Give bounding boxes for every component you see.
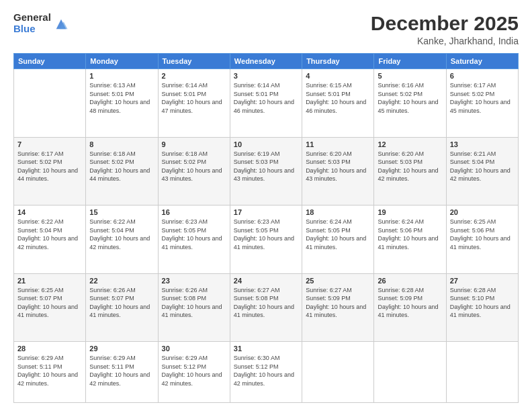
day-info: Sunrise: 6:24 AMSunset: 5:06 PMDaylight:… <box>378 218 442 251</box>
table-row: 10 Sunrise: 6:19 AMSunset: 5:03 PMDaylig… <box>230 137 302 205</box>
table-row: 31 Sunrise: 6:30 AMSunset: 5:12 PMDaylig… <box>230 342 302 403</box>
day-number: 18 <box>306 208 370 216</box>
table-row: 17 Sunrise: 6:23 AMSunset: 5:05 PMDaylig… <box>230 205 302 274</box>
table-row: 4 Sunrise: 6:15 AMSunset: 5:01 PMDayligh… <box>302 69 374 138</box>
day-info: Sunrise: 6:17 AMSunset: 5:02 PMDaylight:… <box>17 150 82 183</box>
table-row: 14 Sunrise: 6:22 AMSunset: 5:04 PMDaylig… <box>14 205 86 274</box>
day-info: Sunrise: 6:14 AMSunset: 5:01 PMDaylight:… <box>234 81 298 115</box>
day-info: Sunrise: 6:23 AMSunset: 5:05 PMDaylight:… <box>234 218 298 251</box>
header-row: Sunday Monday Tuesday Wednesday Thursday… <box>14 54 519 69</box>
calendar-week-row: 1 Sunrise: 6:13 AMSunset: 5:01 PMDayligh… <box>14 69 519 138</box>
day-number: 15 <box>89 208 154 216</box>
day-info: Sunrise: 6:23 AMSunset: 5:05 PMDaylight:… <box>162 218 226 251</box>
col-friday: Friday <box>374 54 446 69</box>
calendar-week-row: 7 Sunrise: 6:17 AMSunset: 5:02 PMDayligh… <box>14 137 519 205</box>
day-number: 29 <box>89 345 154 353</box>
col-tuesday: Tuesday <box>158 54 230 69</box>
table-row: 2 Sunrise: 6:14 AMSunset: 5:01 PMDayligh… <box>158 69 230 138</box>
day-number: 27 <box>450 277 515 285</box>
day-number: 31 <box>234 345 298 353</box>
day-info: Sunrise: 6:29 AMSunset: 5:11 PMDaylight:… <box>89 354 154 387</box>
logo-text: General Blue <box>13 12 51 34</box>
day-number: 21 <box>17 277 82 285</box>
table-row: 19 Sunrise: 6:24 AMSunset: 5:06 PMDaylig… <box>374 205 446 274</box>
table-row: 13 Sunrise: 6:21 AMSunset: 5:04 PMDaylig… <box>446 137 518 205</box>
day-info: Sunrise: 6:21 AMSunset: 5:04 PMDaylight:… <box>450 150 515 183</box>
day-number: 22 <box>89 277 154 285</box>
calendar-week-row: 28 Sunrise: 6:29 AMSunset: 5:11 PMDaylig… <box>14 342 519 403</box>
table-row: 1 Sunrise: 6:13 AMSunset: 5:01 PMDayligh… <box>86 69 158 138</box>
page: General Blue December 2025 Kanke, Jharkh… <box>0 0 532 411</box>
day-info: Sunrise: 6:26 AMSunset: 5:08 PMDaylight:… <box>162 286 226 320</box>
day-number: 5 <box>378 72 442 80</box>
title-block: December 2025 Kanke, Jharkhand, India <box>371 12 519 46</box>
table-row: 12 Sunrise: 6:20 AMSunset: 5:03 PMDaylig… <box>374 137 446 205</box>
day-number: 4 <box>306 72 370 80</box>
header: General Blue December 2025 Kanke, Jharkh… <box>13 12 519 46</box>
table-row: 8 Sunrise: 6:18 AMSunset: 5:02 PMDayligh… <box>86 137 158 205</box>
day-info: Sunrise: 6:16 AMSunset: 5:02 PMDaylight:… <box>378 81 442 115</box>
day-info: Sunrise: 6:30 AMSunset: 5:12 PMDaylight:… <box>234 354 298 387</box>
day-info: Sunrise: 6:20 AMSunset: 5:03 PMDaylight:… <box>378 150 442 183</box>
day-number: 25 <box>306 277 370 285</box>
table-row: 21 Sunrise: 6:25 AMSunset: 5:07 PMDaylig… <box>14 273 86 342</box>
logo: General Blue <box>13 12 69 34</box>
table-row: 30 Sunrise: 6:29 AMSunset: 5:12 PMDaylig… <box>158 342 230 403</box>
day-number: 30 <box>162 345 226 353</box>
day-info: Sunrise: 6:27 AMSunset: 5:08 PMDaylight:… <box>234 286 298 320</box>
day-info: Sunrise: 6:25 AMSunset: 5:06 PMDaylight:… <box>450 218 515 251</box>
col-monday: Monday <box>86 54 158 69</box>
logo-general: General <box>13 12 51 24</box>
day-number: 12 <box>378 140 442 148</box>
day-info: Sunrise: 6:29 AMSunset: 5:11 PMDaylight:… <box>17 354 82 387</box>
table-row: 26 Sunrise: 6:28 AMSunset: 5:09 PMDaylig… <box>374 273 446 342</box>
table-row: 6 Sunrise: 6:17 AMSunset: 5:02 PMDayligh… <box>446 69 518 138</box>
day-number: 17 <box>234 208 298 216</box>
table-row: 15 Sunrise: 6:22 AMSunset: 5:04 PMDaylig… <box>86 205 158 274</box>
day-number: 1 <box>89 72 154 80</box>
day-info: Sunrise: 6:22 AMSunset: 5:04 PMDaylight:… <box>17 218 82 251</box>
table-row: 28 Sunrise: 6:29 AMSunset: 5:11 PMDaylig… <box>14 342 86 403</box>
day-number: 2 <box>162 72 226 80</box>
day-number: 26 <box>378 277 442 285</box>
day-info: Sunrise: 6:18 AMSunset: 5:02 PMDaylight:… <box>162 150 226 183</box>
col-thursday: Thursday <box>302 54 374 69</box>
table-row: 23 Sunrise: 6:26 AMSunset: 5:08 PMDaylig… <box>158 273 230 342</box>
day-info: Sunrise: 6:28 AMSunset: 5:09 PMDaylight:… <box>378 286 442 320</box>
table-row: 27 Sunrise: 6:28 AMSunset: 5:10 PMDaylig… <box>446 273 518 342</box>
day-number: 8 <box>89 140 154 148</box>
table-row: 9 Sunrise: 6:18 AMSunset: 5:02 PMDayligh… <box>158 137 230 205</box>
table-row: 24 Sunrise: 6:27 AMSunset: 5:08 PMDaylig… <box>230 273 302 342</box>
day-info: Sunrise: 6:15 AMSunset: 5:01 PMDaylight:… <box>306 81 370 115</box>
day-info: Sunrise: 6:26 AMSunset: 5:07 PMDaylight:… <box>89 286 154 320</box>
day-info: Sunrise: 6:25 AMSunset: 5:07 PMDaylight:… <box>17 286 82 320</box>
day-number: 20 <box>450 208 515 216</box>
table-row <box>14 69 86 138</box>
table-row: 5 Sunrise: 6:16 AMSunset: 5:02 PMDayligh… <box>374 69 446 138</box>
day-number: 23 <box>162 277 226 285</box>
logo-blue: Blue <box>13 24 51 35</box>
day-info: Sunrise: 6:19 AMSunset: 5:03 PMDaylight:… <box>234 150 298 183</box>
day-number: 24 <box>234 277 298 285</box>
table-row: 11 Sunrise: 6:20 AMSunset: 5:03 PMDaylig… <box>302 137 374 205</box>
day-info: Sunrise: 6:27 AMSunset: 5:09 PMDaylight:… <box>306 286 370 320</box>
day-number: 19 <box>378 208 442 216</box>
table-row <box>446 342 518 403</box>
day-number: 6 <box>450 72 515 80</box>
col-saturday: Saturday <box>446 54 518 69</box>
table-row: 25 Sunrise: 6:27 AMSunset: 5:09 PMDaylig… <box>302 273 374 342</box>
day-info: Sunrise: 6:17 AMSunset: 5:02 PMDaylight:… <box>450 81 515 115</box>
day-number: 16 <box>162 208 226 216</box>
table-row: 7 Sunrise: 6:17 AMSunset: 5:02 PMDayligh… <box>14 137 86 205</box>
day-number: 28 <box>17 345 82 353</box>
calendar-table: Sunday Monday Tuesday Wednesday Thursday… <box>13 53 519 403</box>
day-info: Sunrise: 6:28 AMSunset: 5:10 PMDaylight:… <box>450 286 515 320</box>
day-number: 7 <box>17 140 82 148</box>
day-info: Sunrise: 6:13 AMSunset: 5:01 PMDaylight:… <box>89 81 154 115</box>
day-number: 9 <box>162 140 226 148</box>
day-info: Sunrise: 6:22 AMSunset: 5:04 PMDaylight:… <box>89 218 154 251</box>
calendar-week-row: 14 Sunrise: 6:22 AMSunset: 5:04 PMDaylig… <box>14 205 519 274</box>
table-row: 16 Sunrise: 6:23 AMSunset: 5:05 PMDaylig… <box>158 205 230 274</box>
day-number: 13 <box>450 140 515 148</box>
col-sunday: Sunday <box>14 54 86 69</box>
